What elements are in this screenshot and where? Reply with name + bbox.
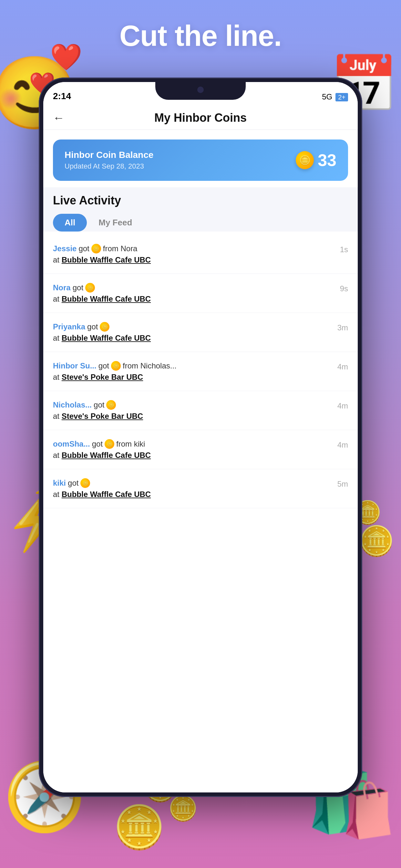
activity-user[interactable]: oomSha...	[53, 439, 90, 448]
activity-user[interactable]: Jessie	[53, 244, 76, 253]
battery-icon: 2+	[335, 93, 348, 101]
activity-action: got	[94, 400, 104, 409]
coin-icon-small: 🪙	[91, 244, 101, 253]
coin-icon-small: 🪙	[100, 322, 110, 332]
activity-item: kiki got 🪙 at Bubble Waffle Cafe UBC 5m	[43, 469, 358, 508]
activity-from: from Nicholas...	[123, 361, 177, 370]
coin-decoration-3: 🪙	[113, 803, 165, 852]
coin-icon-large: 🪙	[296, 151, 314, 169]
activity-time: 1s	[340, 244, 348, 254]
activity-line1: oomSha... got 🪙 from kiki	[53, 439, 331, 449]
activity-line2: at Steve's Poke Bar UBC	[53, 412, 331, 421]
activity-place[interactable]: Steve's Poke Bar UBC	[62, 412, 143, 421]
activity-time: 4m	[337, 439, 348, 450]
balance-amount: 🪙 33	[296, 151, 336, 170]
activity-content: Jessie got 🪙 from Nora at Bubble Waffle …	[53, 244, 340, 265]
status-time: 2:14	[53, 91, 71, 101]
balance-date: Updated At Sep 28, 2023	[65, 162, 153, 170]
coin-icon-small: 🪙	[106, 400, 116, 410]
section-title: Live Activity	[53, 194, 348, 207]
activity-action: got	[79, 244, 89, 253]
activity-time: 9s	[340, 283, 348, 293]
activity-action: got	[92, 439, 103, 448]
activity-item: Nora got 🪙 at Bubble Waffle Cafe UBC 9s	[43, 274, 358, 313]
activity-list: Jessie got 🪙 from Nora at Bubble Waffle …	[43, 235, 358, 508]
activity-line1: Hinbor Su... got 🪙 from Nicholas...	[53, 361, 331, 371]
activity-from: from Nora	[103, 244, 137, 253]
activity-line1: kiki got 🪙	[53, 478, 331, 488]
activity-user[interactable]: Nicholas...	[53, 400, 92, 409]
status-right: 5G 2+	[322, 92, 348, 101]
coin-icon-small: 🪙	[81, 478, 90, 488]
network-indicator: 5G	[322, 92, 332, 101]
back-button[interactable]: ←	[53, 111, 69, 125]
activity-action: got	[73, 283, 83, 292]
activity-line1: Priyanka got 🪙	[53, 322, 331, 332]
tab-all[interactable]: All	[53, 214, 87, 231]
activity-item: Hinbor Su... got 🪙 from Nicholas... at S…	[43, 352, 358, 391]
activity-time: 4m	[337, 400, 348, 410]
activity-place[interactable]: Bubble Waffle Cafe UBC	[62, 294, 151, 303]
activity-action: got	[87, 322, 98, 331]
balance-label: Hinbor Coin Balance	[65, 150, 153, 160]
coin-icon-small: 🪙	[111, 361, 121, 371]
tab-myfeed[interactable]: My Feed	[87, 214, 144, 231]
activity-place[interactable]: Bubble Waffle Cafe UBC	[62, 490, 151, 499]
activity-item: Nicholas... got 🪙 at Steve's Poke Bar UB…	[43, 391, 358, 430]
phone-frame: 2:14 5G 2+ ← My Hinbor Coins Hinbor Coin…	[39, 78, 362, 797]
activity-action: got	[98, 361, 109, 370]
activity-action: got	[68, 478, 79, 488]
activity-line1: Nora got 🪙	[53, 283, 334, 292]
activity-line2: at Bubble Waffle Cafe UBC	[53, 490, 331, 499]
activity-line2: at Bubble Waffle Cafe UBC	[53, 294, 334, 304]
activity-time: 4m	[337, 361, 348, 371]
balance-card: Hinbor Coin Balance Updated At Sep 28, 2…	[53, 140, 348, 181]
notch-camera	[197, 87, 204, 93]
activity-line2: at Bubble Waffle Cafe UBC	[53, 255, 334, 265]
activity-line2: at Bubble Waffle Cafe UBC	[53, 451, 331, 460]
filter-tabs: All My Feed	[53, 214, 348, 231]
activity-from: from kiki	[116, 439, 145, 448]
activity-item: Priyanka got 🪙 at Bubble Waffle Cafe UBC…	[43, 313, 358, 352]
activity-item: Jessie got 🪙 from Nora at Bubble Waffle …	[43, 235, 358, 274]
activity-content: Hinbor Su... got 🪙 from Nicholas... at S…	[53, 361, 337, 382]
activity-line1: Jessie got 🪙 from Nora	[53, 244, 334, 253]
page-title: My Hinbor Coins	[69, 111, 332, 125]
activity-item: oomSha... got 🪙 from kiki at Bubble Waff…	[43, 430, 358, 469]
activity-content: Nicholas... got 🪙 at Steve's Poke Bar UB…	[53, 400, 337, 421]
coin-decoration-1: 🪙	[359, 524, 395, 558]
activity-line1: Nicholas... got 🪙	[53, 400, 331, 410]
activity-content: Priyanka got 🪙 at Bubble Waffle Cafe UBC	[53, 322, 337, 343]
activity-place[interactable]: Bubble Waffle Cafe UBC	[62, 334, 151, 342]
activity-place[interactable]: Bubble Waffle Cafe UBC	[62, 451, 151, 460]
activity-content: oomSha... got 🪙 from kiki at Bubble Waff…	[53, 439, 337, 460]
activity-user[interactable]: Hinbor Su...	[53, 361, 96, 370]
balance-number: 33	[318, 151, 336, 170]
balance-text-block: Hinbor Coin Balance Updated At Sep 28, 2…	[65, 150, 153, 170]
phone-screen: 2:14 5G 2+ ← My Hinbor Coins Hinbor Coin…	[43, 82, 358, 793]
activity-place[interactable]: Bubble Waffle Cafe UBC	[62, 255, 151, 264]
coin-icon-small: 🪙	[85, 283, 95, 292]
activity-time: 5m	[337, 478, 348, 489]
activity-user[interactable]: Nora	[53, 283, 71, 292]
activity-time: 3m	[337, 322, 348, 332]
live-activity-section: Live Activity All My Feed	[43, 187, 358, 231]
balance-section: Hinbor Coin Balance Updated At Sep 28, 2…	[43, 130, 358, 187]
phone-notch	[155, 82, 246, 100]
activity-line2: at Steve's Poke Bar UBC	[53, 373, 331, 382]
screen-content: ← My Hinbor Coins Hinbor Coin Balance Up…	[43, 104, 358, 793]
activity-content: kiki got 🪙 at Bubble Waffle Cafe UBC	[53, 478, 337, 499]
page-headline: Cut the line.	[0, 20, 401, 53]
activity-line2: at Bubble Waffle Cafe UBC	[53, 334, 331, 343]
coin-decoration-5: 🪙	[168, 795, 198, 823]
battery-indicator: 2+	[335, 92, 348, 101]
nav-header: ← My Hinbor Coins	[43, 104, 358, 130]
coin-icon-small: 🪙	[104, 439, 114, 449]
activity-user[interactable]: kiki	[53, 478, 66, 488]
activity-content: Nora got 🪙 at Bubble Waffle Cafe UBC	[53, 283, 340, 304]
activity-place[interactable]: Steve's Poke Bar UBC	[62, 373, 143, 381]
activity-user[interactable]: Priyanka	[53, 322, 85, 331]
